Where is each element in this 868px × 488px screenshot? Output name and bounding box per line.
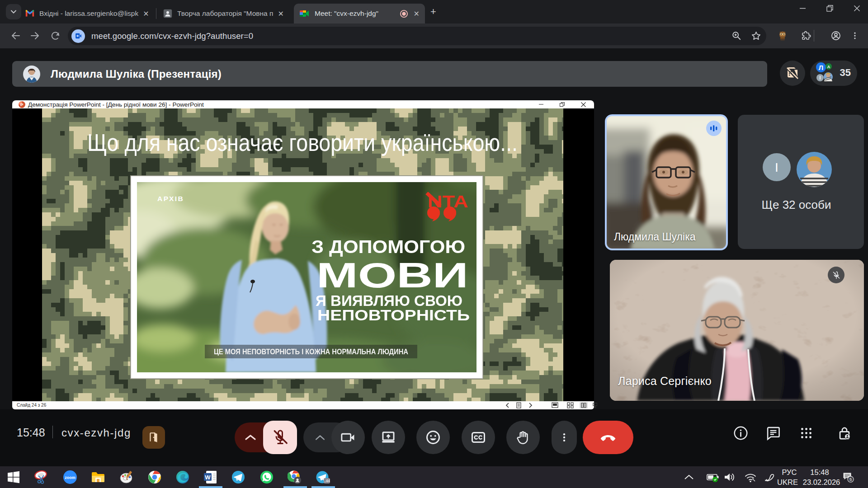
- svg-text:МОВИ: МОВИ: [316, 256, 468, 295]
- svg-text:А: А: [827, 65, 830, 69]
- svg-text:Що для нас означає говорити ук: Що для нас означає говорити українською.…: [87, 129, 518, 156]
- svg-text:НЕПОВТОРНІСТЬ: НЕПОВТОРНІСТЬ: [317, 306, 470, 324]
- svg-text:..44: ..44: [324, 479, 330, 483]
- svg-text:W: W: [205, 474, 211, 481]
- svg-text:З ДОПОМОГОЮ: З ДОПОМОГОЮ: [311, 237, 465, 257]
- svg-text:P: P: [20, 102, 24, 107]
- svg-text:ЦЕ МОЯ НЕПОВТОРНІСТЬ І КОЖНА Н: ЦЕ МОЯ НЕПОВТОРНІСТЬ І КОЖНА НОРМАЛЬНА Л…: [214, 347, 408, 356]
- svg-text:І: І: [820, 75, 821, 80]
- svg-text:І: І: [775, 160, 778, 174]
- svg-text:zoom: zoom: [65, 475, 75, 480]
- svg-text:Л: Л: [819, 64, 824, 71]
- svg-text:5: 5: [849, 477, 852, 482]
